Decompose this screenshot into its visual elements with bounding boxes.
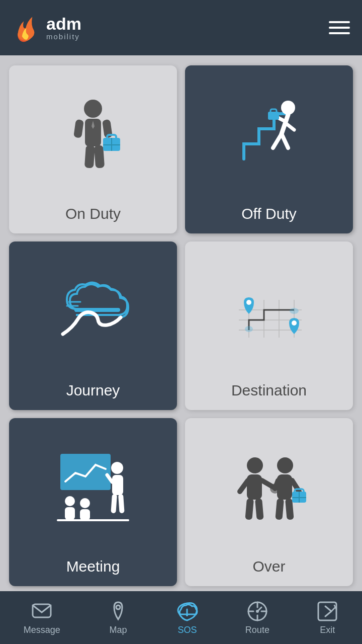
svg-rect-51 [255,498,264,520]
message-icon [31,600,53,622]
bottom-navigation: Message Map SOS Route [0,591,362,644]
svg-point-1 [84,100,102,118]
nav-sos[interactable]: SOS [176,600,198,635]
svg-rect-39 [118,494,125,513]
svg-line-54 [275,480,278,489]
svg-point-32 [290,308,299,314]
svg-rect-38 [111,494,117,513]
logo-mobility-text: mobility [46,32,81,41]
svg-point-45 [247,457,263,473]
logo-text: adm mobility [46,15,81,41]
route-icon [246,600,268,622]
map-icon [107,600,129,622]
nav-route-label: Route [245,625,269,635]
svg-rect-73 [318,602,336,620]
nav-map[interactable]: Map [107,600,129,635]
svg-point-65 [186,614,188,616]
svg-point-33 [292,320,297,326]
svg-rect-36 [112,475,123,495]
logo-adm-text: adm [46,15,81,32]
journey-label: Journey [66,382,120,399]
meeting-tile[interactable]: Meeting [9,418,177,586]
journey-icon [9,242,177,378]
logo: adm mobility [12,13,81,43]
over-label: Over [252,558,285,575]
meeting-label: Meeting [66,558,120,575]
over-tile[interactable]: Over [185,418,353,586]
svg-point-52 [277,457,293,473]
on-duty-label: On Duty [65,205,121,222]
destination-tile[interactable]: Destination [185,242,353,410]
svg-rect-53 [277,474,292,500]
svg-point-35 [111,462,123,474]
hamburger-menu-button[interactable] [329,21,350,34]
svg-rect-7 [84,145,95,169]
svg-rect-50 [245,498,254,520]
nav-exit[interactable]: Exit [316,600,338,635]
journey-tile[interactable]: Journey [9,242,177,410]
svg-rect-8 [94,145,105,169]
svg-point-40 [65,496,75,506]
logo-flame-icon [12,13,42,43]
svg-rect-56 [275,498,284,520]
svg-line-16 [282,134,288,148]
nav-exit-label: Exit [320,625,335,635]
on-duty-icon [9,65,177,202]
over-icon [185,418,353,555]
svg-point-30 [245,326,253,332]
destination-label: Destination [231,382,307,399]
svg-rect-20 [270,109,277,113]
nav-sos-label: SOS [177,625,197,635]
svg-rect-34 [60,454,111,490]
svg-line-15 [273,134,282,148]
svg-rect-41 [65,507,75,520]
svg-point-42 [80,498,90,508]
off-duty-tile[interactable]: Off Duty [185,65,353,233]
nav-message-label: Message [24,625,60,635]
off-duty-label: Off Duty [241,205,296,222]
svg-rect-43 [80,509,90,520]
svg-line-47 [240,480,248,492]
nav-map-label: Map [110,625,127,635]
nav-route[interactable]: Route [245,600,269,635]
off-duty-icon [185,65,353,202]
exit-icon [316,600,338,622]
svg-line-72 [257,607,261,611]
svg-rect-46 [247,474,262,500]
svg-rect-5 [73,119,84,138]
on-duty-tile[interactable]: On Duty [9,65,177,233]
meeting-icon [9,418,177,555]
sos-icon [176,600,198,622]
svg-point-63 [116,605,120,609]
svg-point-31 [246,300,251,305]
svg-rect-62 [33,604,51,617]
nav-message[interactable]: Message [24,600,60,635]
svg-line-74 [331,607,335,611]
destination-icon [185,242,353,378]
app-header: adm mobility [0,0,362,55]
main-grid: On Duty [0,55,362,591]
